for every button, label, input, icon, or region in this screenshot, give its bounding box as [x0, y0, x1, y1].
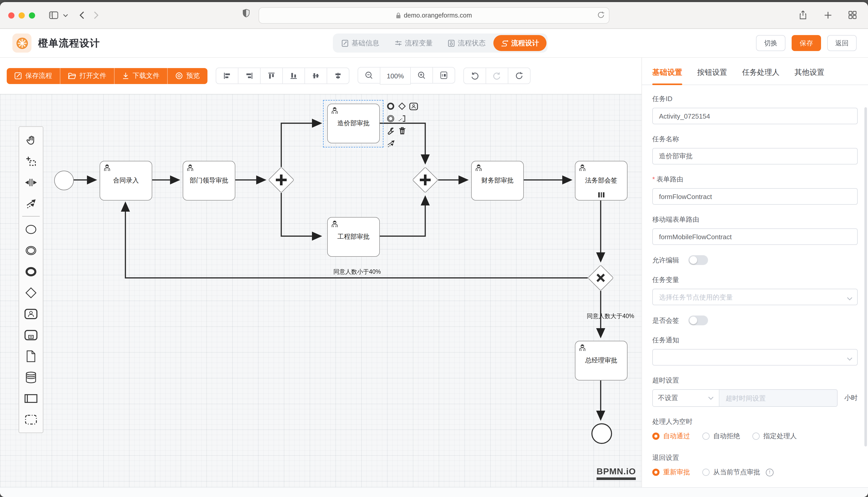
- tab-overview-icon[interactable]: [845, 8, 860, 22]
- task-variable-select[interactable]: [652, 289, 858, 305]
- switch-button[interactable]: 切换: [756, 35, 785, 51]
- intermediate-event-shape[interactable]: [20, 240, 41, 261]
- task-node-contract-entry[interactable]: 合同录入: [100, 161, 152, 201]
- save-button[interactable]: 保存: [791, 35, 821, 51]
- panel-scrollbar[interactable]: [864, 107, 867, 446]
- reset-icon[interactable]: [508, 68, 531, 84]
- subprocess-shape[interactable]: [20, 324, 41, 345]
- end-event-node[interactable]: [591, 423, 612, 444]
- back-to-list-button[interactable]: 返回: [827, 35, 857, 51]
- new-tab-icon[interactable]: [821, 8, 835, 22]
- data-object-shape[interactable]: [20, 345, 41, 367]
- zoom-in-icon[interactable]: [410, 67, 433, 84]
- radio-auto-pass[interactable]: 自动通过: [652, 431, 690, 441]
- privacy-shield-icon[interactable]: [243, 9, 250, 19]
- bpmn-io-watermark[interactable]: BPMN.iO: [596, 467, 636, 480]
- tab-task-assignee[interactable]: 任务处理人: [742, 68, 780, 85]
- undo-icon[interactable]: [464, 68, 486, 84]
- delete-trash-icon[interactable]: [397, 125, 407, 137]
- preview-button[interactable]: 预览: [167, 68, 207, 84]
- task-node-finance-dept[interactable]: 财务部审批: [471, 161, 524, 201]
- reload-icon[interactable]: [597, 11, 605, 20]
- form-route-label: *表单路由: [652, 175, 858, 184]
- append-user-task-icon[interactable]: [408, 101, 418, 112]
- participant-pool-shape[interactable]: [20, 388, 41, 409]
- tab-basic-settings[interactable]: 基础设置: [652, 68, 682, 85]
- minimize-window-button[interactable]: [18, 12, 25, 18]
- space-tool-icon[interactable]: [20, 172, 41, 193]
- task-notify-select[interactable]: [652, 349, 858, 366]
- radio-restart-approval[interactable]: 重新审批: [652, 468, 690, 477]
- global-connect-tool-icon[interactable]: [20, 193, 41, 214]
- mobile-form-route-input[interactable]: [652, 228, 858, 245]
- start-event-node[interactable]: [54, 171, 74, 190]
- timeout-mode-select[interactable]: 不设置: [653, 390, 719, 406]
- tab-other-settings[interactable]: 其他设置: [795, 68, 824, 85]
- chevron-down-icon[interactable]: [61, 9, 70, 22]
- text-annotation-icon[interactable]: [397, 113, 407, 124]
- task-node-engineering-dept[interactable]: 工程部审批: [327, 217, 380, 257]
- download-file-button[interactable]: 下载文件: [114, 68, 167, 84]
- task-node-dept-leader[interactable]: 部门领导审批: [183, 161, 235, 201]
- timeout-control: 不设置: [652, 389, 838, 407]
- group-shape[interactable]: [20, 409, 41, 430]
- tab-button-settings[interactable]: 按钮设置: [697, 68, 727, 85]
- back-button[interactable]: [74, 9, 89, 22]
- tab-flow-design[interactable]: 流程设计: [493, 35, 547, 51]
- redo-icon[interactable]: [486, 68, 508, 84]
- append-intermediate-event-icon[interactable]: [385, 113, 396, 124]
- start-event-shape[interactable]: [20, 218, 41, 240]
- allow-edit-toggle[interactable]: [688, 255, 708, 265]
- sidebar-toggle-icon[interactable]: [46, 9, 61, 22]
- save-flow-button[interactable]: 保存流程: [7, 68, 60, 84]
- zoom-out-icon[interactable]: [358, 67, 380, 84]
- parallel-gateway-join[interactable]: [416, 171, 435, 189]
- end-event-shape[interactable]: [20, 261, 41, 282]
- data-store-shape[interactable]: [20, 367, 41, 388]
- exclusive-gateway[interactable]: [591, 269, 610, 287]
- open-file-button[interactable]: 打开文件: [60, 68, 114, 84]
- radio-auto-reject[interactable]: 自动拒绝: [702, 431, 740, 441]
- user-task-shape[interactable]: [20, 303, 41, 324]
- lasso-tool-icon[interactable]: [20, 151, 41, 172]
- edge-label-gt40[interactable]: 同意人数大于40%: [582, 312, 639, 320]
- node-label: 工程部审批: [337, 232, 370, 241]
- close-window-button[interactable]: [8, 12, 14, 18]
- align-top-icon[interactable]: [260, 68, 283, 84]
- tab-flow-status[interactable]: 流程状态: [440, 35, 493, 51]
- page-title: 橙单流程设计: [38, 36, 100, 50]
- user-task-icon: [331, 220, 339, 229]
- fit-viewport-icon[interactable]: [432, 67, 455, 84]
- task-node-legal-dept[interactable]: 法务部会签: [575, 161, 628, 201]
- node-label: 合同录入: [113, 176, 139, 185]
- task-id-input[interactable]: [652, 108, 858, 124]
- align-middle-icon[interactable]: [304, 68, 327, 84]
- connect-tool-icon[interactable]: [385, 138, 396, 149]
- zoom-window-button[interactable]: [29, 12, 35, 18]
- tab-basic-info[interactable]: 基础信息: [334, 35, 387, 51]
- append-end-event-icon[interactable]: [385, 101, 396, 112]
- form-route-input[interactable]: [652, 188, 858, 205]
- gateway-shape[interactable]: [20, 282, 41, 303]
- change-type-wrench-icon[interactable]: [385, 125, 396, 137]
- task-node-general-manager[interactable]: 总经理审批: [575, 341, 628, 381]
- assignee-empty-options: 自动通过 自动拒绝 指定处理人: [652, 431, 858, 441]
- hand-tool-icon[interactable]: [20, 129, 41, 151]
- tab-flow-variables[interactable]: 流程变量: [387, 35, 440, 51]
- align-bottom-icon[interactable]: [282, 68, 305, 84]
- append-gateway-icon[interactable]: [397, 101, 407, 112]
- task-name-input[interactable]: [652, 148, 858, 165]
- address-bar[interactable]: demo.orangeforms.com: [259, 7, 609, 24]
- parallel-gateway-split[interactable]: [272, 171, 291, 189]
- share-icon[interactable]: [796, 8, 810, 22]
- align-center-icon[interactable]: [327, 68, 349, 84]
- align-left-icon[interactable]: [216, 68, 238, 84]
- countersign-toggle[interactable]: [688, 315, 708, 325]
- timeout-hours-input[interactable]: [719, 390, 837, 406]
- radio-assign-handler[interactable]: 指定处理人: [753, 431, 797, 441]
- edge-label-lt40[interactable]: 同意人数小于40%: [323, 268, 391, 276]
- bpmn-canvas[interactable]: 合同录入 部门领导审批 造价部审批 工程部审批 财务部审批: [0, 94, 642, 489]
- forward-button[interactable]: [89, 9, 103, 22]
- align-right-icon[interactable]: [238, 68, 261, 84]
- radio-current-node-approval[interactable]: 从当前节点审批!: [702, 468, 774, 477]
